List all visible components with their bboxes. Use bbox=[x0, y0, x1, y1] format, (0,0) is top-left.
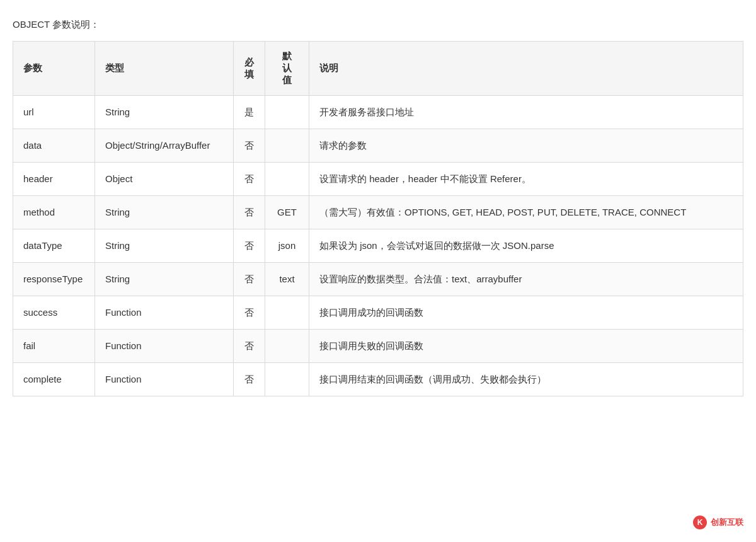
cell-type: Object/String/ArrayBuffer bbox=[95, 129, 234, 163]
cell-required: 否 bbox=[234, 196, 265, 229]
cell-description: 接口调用成功的回调函数 bbox=[309, 296, 743, 330]
cell-description: 接口调用失败的回调函数 bbox=[309, 330, 743, 363]
cell-required: 否 bbox=[234, 263, 265, 296]
cell-param: data bbox=[13, 129, 95, 163]
cell-type: String bbox=[95, 229, 234, 263]
cell-param: responseType bbox=[13, 263, 95, 296]
cell-param: url bbox=[13, 96, 95, 129]
cell-param: fail bbox=[13, 330, 95, 363]
cell-default: json bbox=[265, 229, 309, 263]
cell-default bbox=[265, 296, 309, 330]
table-body: urlString是开发者服务器接口地址dataObject/String/Ar… bbox=[13, 96, 743, 396]
cell-param: method bbox=[13, 196, 95, 229]
cell-default bbox=[265, 163, 309, 196]
table-header-row: 参数 类型 必 填 默 认 值 说明 bbox=[13, 42, 743, 96]
cell-type: String bbox=[95, 196, 234, 229]
cell-param: success bbox=[13, 296, 95, 330]
cell-default bbox=[265, 129, 309, 163]
cell-required: 否 bbox=[234, 330, 265, 363]
cell-default: text bbox=[265, 263, 309, 296]
table-row: methodString否GET（需大写）有效值：OPTIONS, GET, H… bbox=[13, 196, 743, 229]
table-row: successFunction否接口调用成功的回调函数 bbox=[13, 296, 743, 330]
cell-description: 开发者服务器接口地址 bbox=[309, 96, 743, 129]
cell-description: （需大写）有效值：OPTIONS, GET, HEAD, POST, PUT, … bbox=[309, 196, 743, 229]
cell-description: 请求的参数 bbox=[309, 129, 743, 163]
page-title: OBJECT 参数说明： bbox=[13, 19, 743, 31]
cell-type: Function bbox=[95, 330, 234, 363]
cell-default bbox=[265, 330, 309, 363]
table-row: responseTypeString否text设置响应的数据类型。合法值：tex… bbox=[13, 263, 743, 296]
cell-required: 否 bbox=[234, 129, 265, 163]
th-required: 必 填 bbox=[234, 42, 265, 96]
cell-required: 否 bbox=[234, 229, 265, 263]
cell-type: String bbox=[95, 96, 234, 129]
cell-param: header bbox=[13, 163, 95, 196]
table-row: urlString是开发者服务器接口地址 bbox=[13, 96, 743, 129]
cell-type: Function bbox=[95, 363, 234, 396]
cell-type: String bbox=[95, 263, 234, 296]
table-row: completeFunction否接口调用结束的回调函数（调用成功、失败都会执行… bbox=[13, 363, 743, 396]
th-description: 说明 bbox=[309, 42, 743, 96]
cell-required: 否 bbox=[234, 296, 265, 330]
cell-type: Function bbox=[95, 296, 234, 330]
cell-required: 否 bbox=[234, 163, 265, 196]
cell-default bbox=[265, 96, 309, 129]
params-table: 参数 类型 必 填 默 认 值 说明 urlString是开发者服务器接口地址d… bbox=[13, 41, 743, 396]
cell-param: complete bbox=[13, 363, 95, 396]
table-row: headerObject否设置请求的 header，header 中不能设置 R… bbox=[13, 163, 743, 196]
cell-param: dataType bbox=[13, 229, 95, 263]
cell-description: 设置请求的 header，header 中不能设置 Referer。 bbox=[309, 163, 743, 196]
table-row: dataObject/String/ArrayBuffer否请求的参数 bbox=[13, 129, 743, 163]
cell-type: Object bbox=[95, 163, 234, 196]
cell-description: 接口调用结束的回调函数（调用成功、失败都会执行） bbox=[309, 363, 743, 396]
cell-description: 设置响应的数据类型。合法值：text、arraybuffer bbox=[309, 263, 743, 296]
cell-default: GET bbox=[265, 196, 309, 229]
th-param: 参数 bbox=[13, 42, 95, 96]
table-row: dataTypeString否json如果设为 json，会尝试对返回的数据做一… bbox=[13, 229, 743, 263]
cell-required: 否 bbox=[234, 363, 265, 396]
cell-default bbox=[265, 363, 309, 396]
th-default: 默 认 值 bbox=[265, 42, 309, 96]
th-type: 类型 bbox=[95, 42, 234, 96]
cell-description: 如果设为 json，会尝试对返回的数据做一次 JSON.parse bbox=[309, 229, 743, 263]
table-row: failFunction否接口调用失败的回调函数 bbox=[13, 330, 743, 363]
cell-required: 是 bbox=[234, 96, 265, 129]
